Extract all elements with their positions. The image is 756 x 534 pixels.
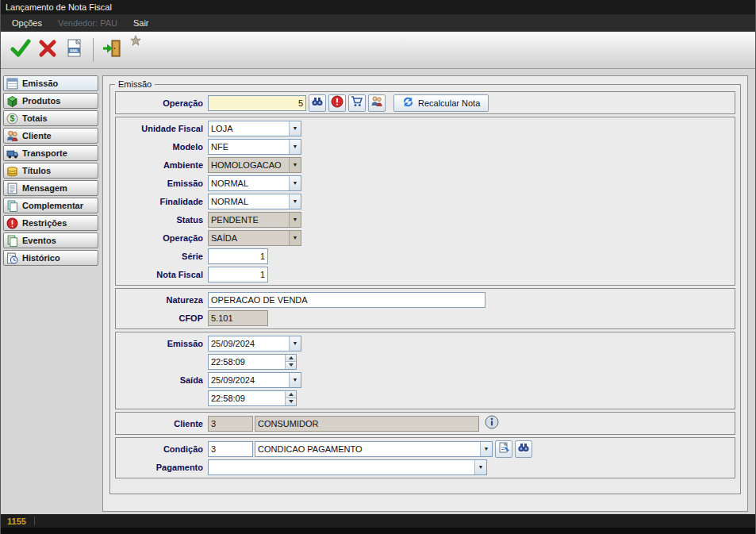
operacao-label: Operação [119, 98, 208, 108]
condicao-select[interactable]: CONDICAO PAGAMENTO ▼ [255, 441, 493, 457]
saida-time-spinner[interactable]: 22:58:09 [208, 390, 297, 406]
xml-button[interactable]: XML [61, 35, 88, 65]
finalidade-select[interactable]: NORMAL ▼ [208, 194, 301, 209]
window-title: Lançamento de Nota Fiscal [6, 2, 112, 12]
combo-value: PENDENTE [209, 215, 289, 225]
users-icon [370, 95, 383, 111]
saida-date-picker[interactable]: 25/09/2024 ▼ [208, 372, 301, 388]
unidade-fiscal-select[interactable]: LOJA ▼ [208, 121, 301, 136]
menu-opcoes[interactable]: Opções [4, 18, 50, 28]
natureza-input[interactable] [208, 292, 485, 308]
condicao-row: Condição CONDICAO PAGAMENTO ▼ [119, 440, 731, 458]
menu-vendedor-disabled: Vendedor: PAU [50, 18, 125, 28]
field-label: Operação [119, 233, 208, 243]
modelo-select[interactable]: NFE ▼ [208, 139, 301, 155]
sidebar-item-label: Transporte [22, 148, 67, 158]
xml-icon-label: XML [70, 48, 79, 53]
check-icon [10, 38, 31, 62]
natureza-label: Natureza [119, 295, 208, 305]
restriction-alert-button[interactable] [328, 94, 346, 112]
new-document-icon [497, 441, 510, 457]
spin-down-icon[interactable] [286, 398, 296, 405]
recalcular-nota-button[interactable]: Recalcular Nota [393, 94, 489, 112]
users-button[interactable] [368, 94, 386, 112]
chevron-down-icon: ▼ [289, 213, 301, 227]
spin-up-icon[interactable] [286, 391, 296, 398]
spinner-buttons[interactable] [285, 355, 296, 369]
cfop-row: CFOP [119, 309, 731, 327]
field-row-unidade-fiscal: Unidade Fiscal LOJA ▼ [119, 119, 731, 137]
history-clock-icon [6, 252, 18, 264]
chevron-down-icon: ▼ [289, 121, 301, 136]
sidebar-item-mensagem[interactable]: Mensagem [3, 180, 98, 196]
search-condicao-button[interactable] [515, 440, 532, 458]
chevron-down-icon: ▼ [480, 442, 492, 456]
date-value: 25/09/2024 [209, 375, 289, 385]
emissao-date-picker[interactable]: 25/09/2024 ▼ [208, 336, 301, 352]
x-icon [37, 38, 58, 62]
serie-input[interactable] [208, 248, 268, 264]
menu-sair[interactable]: Sair [125, 18, 157, 28]
search-operacao-button[interactable] [309, 94, 326, 112]
field-label: Série [119, 252, 208, 261]
field-row-status: Status PENDENTE ▼ [119, 210, 731, 229]
cart-button[interactable] [348, 94, 366, 112]
sidebar-item-produtos[interactable]: Produtos [3, 93, 98, 109]
sidebar-item-label: Títulos [22, 166, 51, 175]
saida-time-row: 22:58:09 [119, 389, 731, 407]
combo-value: HOMOLOGACAO [209, 160, 289, 170]
field-row-finalidade: Finalidade NORMAL ▼ [119, 192, 731, 210]
saida-date-row: Saída 25/09/2024 ▼ [119, 371, 731, 389]
statusbar: 1155 [1, 514, 755, 528]
sidebar-item-label: Histórico [22, 253, 60, 263]
pagamento-select[interactable]: ▼ [208, 459, 487, 475]
binoculars-icon [517, 441, 530, 457]
pagamento-row: Pagamento ▼ [119, 458, 731, 476]
chevron-down-icon: ▼ [289, 176, 301, 190]
operacao-input[interactable] [208, 95, 306, 111]
sidebar-item-emissao[interactable]: Emissão [3, 75, 98, 91]
binoculars-icon [311, 95, 324, 111]
operacao-panel: Operação [115, 91, 735, 114]
cliente-code-input [208, 416, 253, 432]
sidebar-item-eventos[interactable]: Eventos [3, 232, 98, 248]
spin-down-icon[interactable] [286, 362, 296, 369]
new-document-button[interactable] [495, 440, 512, 458]
chevron-down-icon: ▼ [289, 158, 301, 172]
svg-text:$: $ [10, 113, 15, 123]
sidebar-item-transporte[interactable]: Transporte [3, 145, 98, 161]
sidebar-item-complementar[interactable]: Complementar [3, 198, 98, 213]
form-icon [6, 78, 18, 90]
sidebar-item-historico[interactable]: Histórico [3, 250, 98, 266]
content-panel: Emissão Operação [102, 75, 748, 512]
copy-pages-icon [6, 200, 18, 212]
sidebar-item-totais[interactable]: $ Totais [3, 110, 98, 126]
field-row-emissao-tipo: Emissão NORMAL ▼ [119, 174, 731, 192]
field-label: Finalidade [119, 197, 208, 206]
condicao-code-input[interactable] [208, 441, 253, 457]
sidebar-item-cliente[interactable]: Cliente [3, 128, 98, 144]
field-label: Nota Fiscal [119, 270, 208, 279]
nota-fiscal-input[interactable] [208, 267, 268, 282]
cancel-button[interactable] [34, 35, 61, 65]
exit-button[interactable] [98, 35, 125, 65]
cliente-info-button[interactable] [484, 416, 500, 432]
statusbar-divider [34, 517, 35, 525]
field-label: Ambiente [119, 160, 208, 170]
combo-value: SAÍDA [209, 233, 289, 243]
sidebar-item-label: Eventos [22, 236, 56, 245]
confirm-button[interactable] [7, 35, 34, 65]
spinner-buttons[interactable] [285, 391, 296, 405]
emissao-time-row: 22:58:09 [119, 352, 731, 371]
spin-up-icon[interactable] [286, 355, 296, 362]
emissao-time-spinner[interactable]: 22:58:09 [208, 354, 297, 370]
sidebar-item-restricoes[interactable]: Restrições [3, 215, 98, 231]
time-value: 22:58:09 [209, 394, 285, 403]
toolbar: XML [1, 32, 755, 69]
emissao-select[interactable]: NORMAL ▼ [208, 175, 301, 191]
sidebar-item-titulos[interactable]: Títulos [3, 163, 98, 179]
info-icon [485, 415, 499, 432]
product-box-icon [6, 95, 18, 107]
emissao-groupbox: Emissão Operação [109, 79, 741, 494]
field-label: Unidade Fiscal [119, 124, 208, 133]
